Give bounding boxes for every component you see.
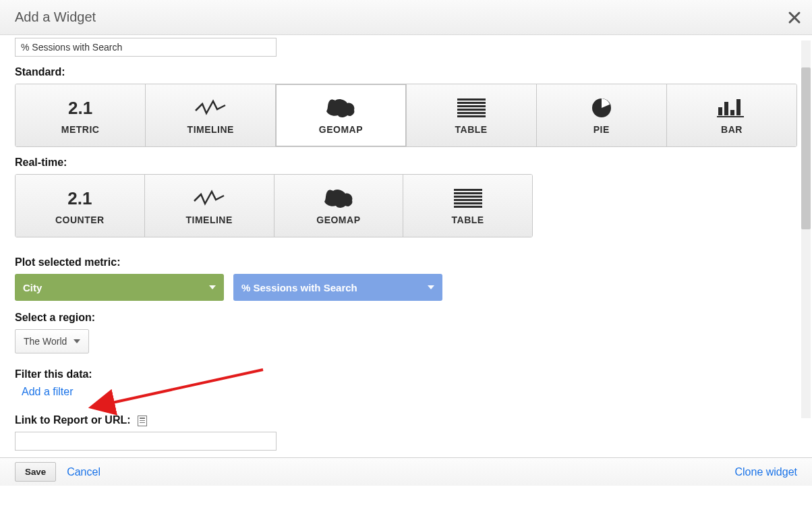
save-button[interactable]: Save (15, 462, 56, 482)
plot-label: Plot selected metric: (15, 256, 797, 268)
svg-rect-3 (457, 105, 486, 107)
modal-body: Standard: 2.1 METRIC TIMELINE GEOMAP (0, 35, 812, 486)
add-filter-link[interactable]: Add a filter (22, 386, 73, 397)
filter-label: Filter this data: (15, 368, 797, 380)
chevron-down-icon (74, 339, 80, 343)
svg-rect-17 (454, 199, 482, 201)
add-widget-modal: Add a Widget Standard: 2.1 METRIC TIMELI… (0, 0, 812, 486)
svg-rect-6 (457, 115, 486, 117)
cancel-link[interactable]: Cancel (67, 466, 100, 478)
link-report-label: Link to Report or URL: (15, 414, 797, 426)
svg-rect-19 (454, 206, 482, 208)
tile-rt-table[interactable]: TABLE (403, 175, 532, 237)
standard-label: Standard: (15, 66, 797, 78)
tile-label: GEOMAP (319, 124, 363, 135)
table-icon (454, 186, 482, 210)
tile-label: PIE (593, 124, 610, 135)
svg-rect-10 (730, 110, 734, 115)
tile-pie[interactable]: PIE (537, 84, 667, 146)
dimension-value: City (23, 282, 42, 293)
region-label: Select a region: (15, 312, 797, 324)
svg-point-0 (348, 112, 352, 116)
modal-footer: Save Cancel Clone widget (0, 457, 812, 486)
svg-rect-4 (457, 109, 486, 111)
close-icon[interactable] (786, 9, 803, 26)
realtime-label: Real-time: (15, 156, 797, 169)
table-icon (457, 96, 486, 120)
metric-value: % Sessions with Search (241, 282, 357, 293)
report-icon (138, 416, 147, 426)
chevron-down-icon (209, 285, 216, 289)
tile-table[interactable]: TABLE (407, 84, 537, 146)
tile-label: GEOMAP (316, 215, 360, 225)
svg-point-13 (346, 202, 350, 206)
tile-rt-timeline[interactable]: TIMELINE (145, 175, 274, 237)
tile-label: TIMELINE (185, 215, 232, 225)
timeline-icon (194, 96, 227, 120)
svg-rect-15 (454, 192, 482, 194)
region-select[interactable]: The World (15, 329, 89, 353)
svg-rect-1 (457, 98, 486, 101)
svg-rect-2 (457, 102, 486, 104)
svg-rect-5 (457, 112, 486, 114)
tile-bar[interactable]: BAR (667, 84, 796, 146)
realtime-tile-row: 2.1 COUNTER TIMELINE GEOMAP TABLE (15, 174, 533, 237)
tile-rt-geomap[interactable]: GEOMAP (274, 175, 404, 237)
pie-icon (591, 96, 612, 120)
scrollbar-thumb[interactable] (801, 67, 811, 229)
tile-metric[interactable]: 2.1 METRIC (16, 84, 146, 146)
metric-select[interactable]: % Sessions with Search (233, 274, 442, 301)
geomap-icon (322, 186, 355, 210)
link-report-input[interactable] (15, 432, 277, 451)
standard-tile-row: 2.1 METRIC TIMELINE GEOMAP TABLE (15, 84, 797, 147)
svg-rect-12 (717, 116, 744, 117)
svg-rect-16 (454, 196, 482, 198)
svg-rect-14 (454, 189, 482, 191)
svg-rect-18 (454, 202, 482, 204)
dimension-select[interactable]: City (15, 274, 224, 301)
tile-timeline[interactable]: TIMELINE (146, 84, 276, 146)
timeline-icon (193, 186, 225, 210)
widget-name-input[interactable] (15, 38, 277, 57)
tile-label: TIMELINE (187, 124, 234, 135)
plot-pill-row: City % Sessions with Search (15, 274, 797, 301)
modal-title: Add a Widget (15, 9, 96, 25)
svg-rect-8 (718, 107, 722, 115)
clone-widget-link[interactable]: Clone widget (735, 466, 798, 478)
tile-label: METRIC (61, 124, 100, 135)
svg-rect-11 (736, 99, 741, 115)
modal-titlebar: Add a Widget (0, 0, 812, 35)
bar-icon (717, 96, 747, 120)
vertical-scrollbar[interactable] (801, 40, 811, 418)
tile-label: COUNTER (55, 215, 105, 225)
tile-geomap[interactable]: GEOMAP (276, 84, 406, 146)
tile-label: TABLE (452, 215, 484, 225)
counter-icon: 2.1 (67, 186, 92, 210)
tile-label: TABLE (455, 124, 488, 135)
svg-rect-9 (724, 102, 728, 115)
chevron-down-icon (428, 285, 434, 289)
metric-icon: 2.1 (68, 96, 92, 120)
tile-label: BAR (721, 124, 743, 135)
region-value: The World (24, 336, 67, 347)
geomap-icon (324, 96, 357, 120)
tile-counter[interactable]: 2.1 COUNTER (16, 175, 145, 237)
